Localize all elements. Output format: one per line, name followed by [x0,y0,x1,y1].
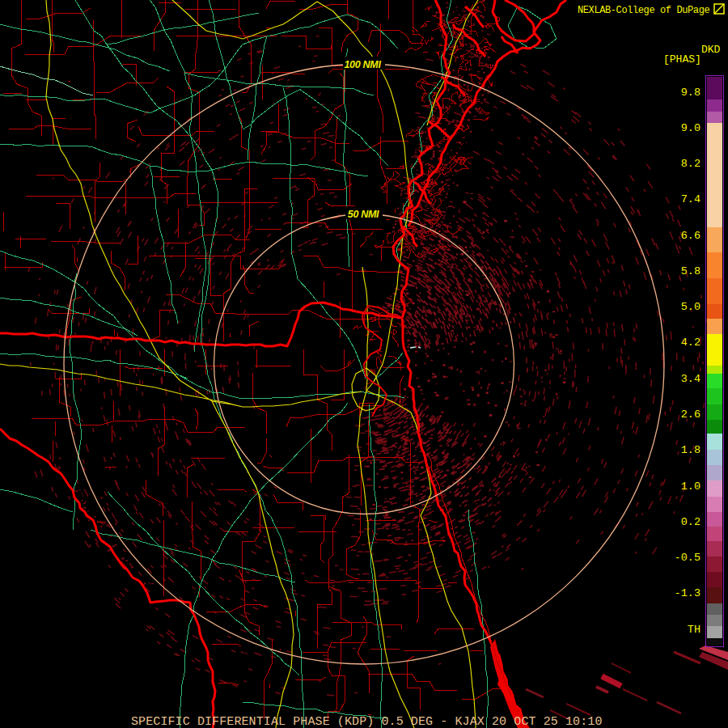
svg-text:-1.3: -1.3 [675,587,700,599]
svg-text:1.8: 1.8 [681,444,700,456]
svg-text:1.0: 1.0 [681,480,700,493]
svg-text:9.8: 9.8 [681,87,700,99]
svg-text:TH: TH [688,624,700,636]
svg-text:0.2: 0.2 [681,516,700,528]
svg-text:5.0: 5.0 [681,301,700,313]
svg-text:6.6: 6.6 [681,230,700,242]
svg-text:3.4: 3.4 [681,373,700,385]
svg-text:8.2: 8.2 [681,158,700,170]
svg-text:9.0: 9.0 [681,122,700,134]
svg-text:SPECIFIC DIFFERENTIAL PHASE (K: SPECIFIC DIFFERENTIAL PHASE (KDP) 0.5 DE… [131,715,603,728]
svg-text:NEXLAB-College of DuPage: NEXLAB-College of DuPage [578,5,709,16]
svg-text:4.2: 4.2 [681,336,700,349]
svg-text:5.8: 5.8 [681,265,700,277]
svg-text:DKD: DKD [701,44,721,56]
svg-text:-0.5: -0.5 [675,552,700,564]
svg-text:100 NMI: 100 NMI [344,59,381,70]
svg-text:7.4: 7.4 [681,193,700,205]
svg-text:2.6: 2.6 [681,408,700,421]
svg-text:50 NMI: 50 NMI [348,209,379,220]
svg-text:[PHAS]: [PHAS] [663,53,701,66]
